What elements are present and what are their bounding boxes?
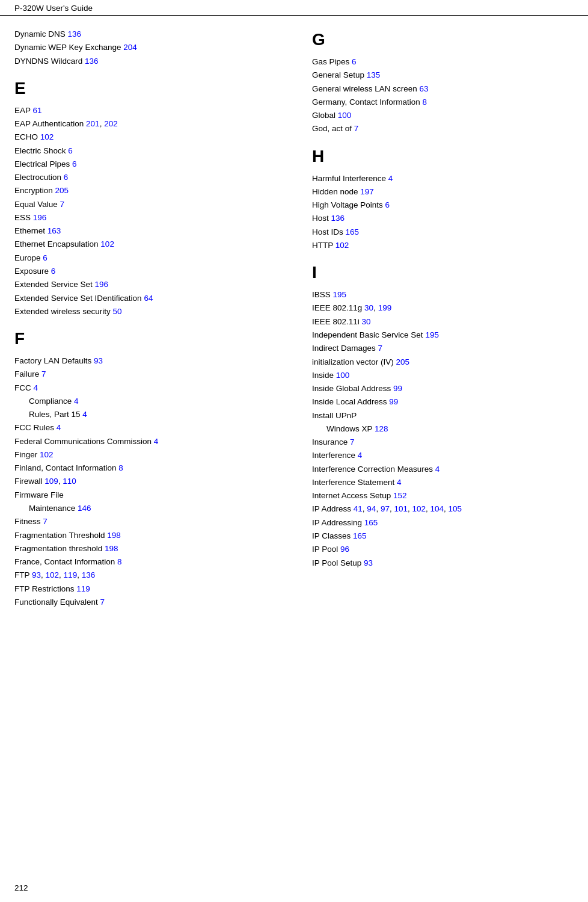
link[interactable]: 4: [57, 423, 61, 432]
link[interactable]: 6: [64, 173, 69, 182]
link[interactable]: 197: [360, 187, 374, 196]
link[interactable]: 30: [364, 303, 373, 312]
link[interactable]: 63: [420, 84, 429, 93]
link[interactable]: 50: [113, 307, 122, 316]
header-title: P-320W User's Guide: [14, 4, 93, 13]
link[interactable]: 6: [43, 253, 47, 262]
link[interactable]: 163: [47, 226, 61, 235]
link[interactable]: 100: [338, 111, 352, 120]
link[interactable]: 196: [33, 213, 47, 222]
list-item: Host IDs 165: [312, 226, 574, 239]
link[interactable]: 7: [100, 598, 105, 607]
link[interactable]: 7: [43, 517, 47, 526]
link[interactable]: 4: [82, 410, 87, 419]
list-item: Extended Service Set IDentification 64: [14, 292, 276, 305]
link[interactable]: 136: [331, 214, 345, 223]
link[interactable]: 198: [105, 544, 118, 553]
link[interactable]: 97: [381, 504, 390, 513]
link[interactable]: 205: [55, 186, 69, 195]
link[interactable]: 196: [95, 280, 109, 289]
link[interactable]: 195: [333, 290, 347, 299]
link[interactable]: 6: [72, 159, 77, 168]
link[interactable]: 102: [40, 132, 54, 141]
list-item: Failure 7: [14, 368, 276, 381]
link[interactable]: 136: [85, 57, 99, 66]
link[interactable]: 128: [375, 424, 388, 433]
link[interactable]: 96: [340, 545, 349, 554]
link[interactable]: 4: [74, 397, 79, 406]
link[interactable]: 165: [353, 531, 367, 540]
link[interactable]: 8: [117, 557, 122, 566]
link[interactable]: 4: [358, 451, 363, 460]
link[interactable]: 199: [378, 303, 392, 312]
link[interactable]: 64: [144, 294, 153, 303]
list-item: General wireless LAN screen 63: [312, 82, 574, 96]
list-item: initialization vector (IV) 205: [312, 356, 574, 369]
link[interactable]: 104: [430, 504, 444, 513]
link[interactable]: 99: [393, 384, 402, 393]
link[interactable]: 102: [46, 570, 60, 579]
link[interactable]: 152: [393, 491, 407, 500]
link[interactable]: 204: [123, 43, 137, 52]
link[interactable]: 4: [388, 174, 393, 183]
link[interactable]: 7: [60, 200, 65, 209]
left-column: Dynamic DNS 136 Dynamic WEP Key Exchange…: [14, 16, 294, 620]
link[interactable]: 6: [51, 267, 56, 276]
link[interactable]: 61: [33, 106, 42, 115]
link[interactable]: 195: [425, 330, 439, 339]
link[interactable]: 7: [354, 124, 359, 133]
link[interactable]: 119: [64, 570, 78, 579]
link[interactable]: 165: [364, 518, 378, 527]
link[interactable]: 8: [423, 97, 427, 107]
link[interactable]: 198: [107, 531, 121, 540]
link[interactable]: 119: [76, 584, 90, 593]
page-header: P-320W User's Guide: [0, 0, 588, 16]
list-item: Independent Basic Service Set 195: [312, 329, 574, 342]
link[interactable]: 201: [86, 119, 100, 128]
section-h: H Harmful Interference 4 Hidden node 197…: [312, 147, 574, 253]
link[interactable]: 94: [367, 504, 376, 513]
link[interactable]: 8: [118, 463, 123, 472]
link[interactable]: 135: [367, 70, 381, 79]
link[interactable]: 93: [94, 356, 103, 365]
link[interactable]: 4: [34, 383, 38, 392]
list-item: General Setup 135: [312, 69, 574, 82]
link[interactable]: 110: [63, 477, 76, 486]
link[interactable]: 6: [385, 200, 390, 209]
link[interactable]: 4: [154, 437, 159, 446]
link[interactable]: 136: [68, 29, 82, 39]
link[interactable]: 102: [412, 504, 426, 513]
list-item: Federal Communications Commission 4: [14, 435, 276, 448]
link[interactable]: 6: [352, 57, 357, 66]
link[interactable]: 102: [40, 450, 54, 459]
link[interactable]: 7: [41, 369, 46, 378]
link[interactable]: 205: [396, 357, 410, 366]
link[interactable]: 202: [104, 119, 118, 128]
link[interactable]: 105: [449, 504, 462, 513]
list-item: Extended wireless security 50: [14, 305, 276, 318]
link[interactable]: 109: [44, 477, 58, 486]
list-item: Insurance 7: [312, 436, 574, 449]
link[interactable]: 6: [68, 146, 73, 155]
link[interactable]: 100: [336, 371, 350, 380]
link[interactable]: 102: [100, 239, 114, 249]
right-column: G Gas Pipes 6 General Setup 135 General …: [294, 16, 574, 620]
list-item: God, act of 7: [312, 122, 574, 135]
link[interactable]: 93: [32, 570, 41, 579]
link[interactable]: 7: [350, 437, 355, 446]
link[interactable]: 146: [78, 504, 91, 513]
link[interactable]: 93: [364, 558, 373, 567]
link[interactable]: 30: [362, 317, 371, 326]
link[interactable]: 41: [354, 504, 363, 513]
link[interactable]: 102: [335, 241, 349, 250]
section-e: E EAP 61 EAP Authentication 201, 202 ECH…: [14, 79, 276, 318]
link[interactable]: 101: [394, 504, 408, 513]
link[interactable]: 7: [378, 344, 383, 353]
link[interactable]: 4: [397, 478, 402, 487]
list-item: Windows XP 128: [312, 422, 574, 436]
list-item: Electrocution 6: [14, 171, 276, 184]
link[interactable]: 99: [389, 397, 398, 406]
link[interactable]: 4: [435, 465, 440, 474]
link[interactable]: 165: [346, 227, 360, 236]
link[interactable]: 136: [82, 570, 96, 579]
